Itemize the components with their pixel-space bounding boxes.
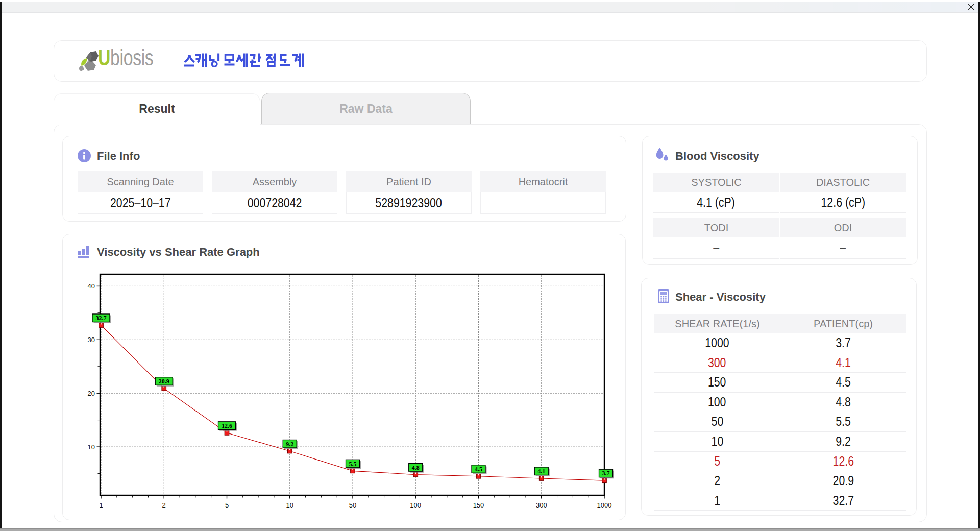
svg-text:300: 300 (536, 501, 547, 509)
svg-text:5.5: 5.5 (349, 461, 357, 468)
svg-text:40: 40 (88, 282, 95, 290)
svg-text:1: 1 (99, 501, 103, 509)
svg-text:2: 2 (162, 501, 166, 509)
svg-text:4.1: 4.1 (537, 468, 545, 475)
svg-text:20: 20 (88, 390, 95, 397)
svg-text:20.9: 20.9 (159, 378, 169, 385)
svg-text:100: 100 (410, 501, 421, 509)
svg-text:12.6: 12.6 (222, 422, 232, 429)
svg-text:5: 5 (225, 501, 229, 509)
svg-text:32.7: 32.7 (96, 315, 107, 322)
svg-text:10: 10 (286, 501, 293, 509)
svg-text:9.2: 9.2 (286, 441, 293, 448)
svg-text:3.7: 3.7 (602, 470, 610, 477)
svg-text:50: 50 (349, 501, 356, 509)
svg-text:4.5: 4.5 (475, 466, 482, 473)
svg-text:30: 30 (88, 336, 95, 344)
svg-text:10: 10 (88, 443, 95, 451)
svg-text:150: 150 (473, 501, 484, 509)
svg-text:4.8: 4.8 (412, 464, 420, 471)
svg-text:1000: 1000 (597, 501, 612, 509)
